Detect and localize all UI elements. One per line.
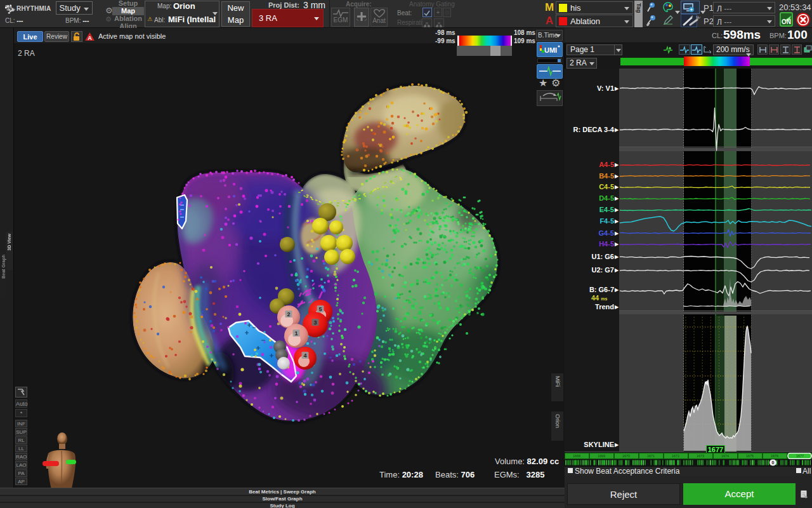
svg-text:1671: 1671 — [647, 454, 655, 458]
svg-text:3: 3 — [313, 319, 317, 326]
svg-text:1670: 1670 — [622, 454, 630, 458]
svg-text:1: 1 — [294, 330, 298, 337]
svg-text:0: 0 — [772, 460, 775, 465]
svg-text:4: 4 — [303, 352, 306, 359]
svg-text:M: M — [696, 15, 698, 19]
svg-text:1675: 1675 — [746, 454, 754, 458]
svg-text:1668: 1668 — [573, 454, 580, 458]
svg-text:5: 5 — [318, 306, 322, 312]
svg-text:1676: 1676 — [771, 454, 778, 458]
svg-text:1672: 1672 — [672, 454, 679, 458]
svg-text:1669: 1669 — [598, 454, 605, 458]
svg-text:1673: 1673 — [697, 454, 704, 458]
svg-text:RHYTHMIA: RHYTHMIA — [16, 5, 51, 12]
svg-text:1674: 1674 — [721, 454, 729, 458]
svg-text:1677: 1677 — [796, 454, 804, 458]
svg-text:2: 2 — [287, 311, 290, 318]
